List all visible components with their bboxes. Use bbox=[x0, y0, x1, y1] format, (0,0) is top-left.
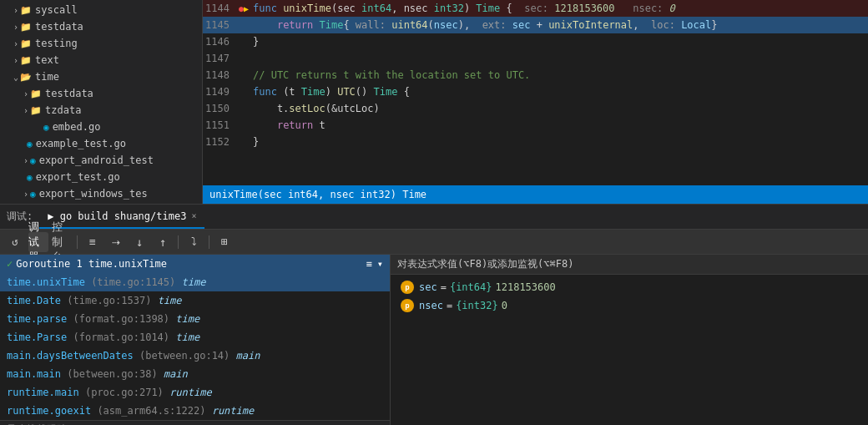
dropdown-icon[interactable]: ▾ bbox=[377, 258, 383, 270]
sidebar-item-label: tzdata bbox=[45, 104, 81, 116]
frame-type: time bbox=[158, 295, 182, 306]
frame-loc: (time.go:1537) bbox=[61, 295, 158, 306]
sidebar-item-label: export_windows_tes bbox=[39, 188, 148, 200]
sidebar-item-time[interactable]: ⌄ 📂 time bbox=[0, 68, 202, 85]
code-editor: 1144 ●▶ func unixTime(sec int64, nsec in… bbox=[203, 0, 868, 204]
step-out-button[interactable]: ↑ bbox=[153, 232, 173, 252]
code-line-1144: 1144 ●▶ func unixTime(sec int64, nsec in… bbox=[203, 0, 868, 17]
frame-loc: (proc.go:271) bbox=[79, 387, 169, 398]
func-name: runtime.main bbox=[7, 387, 79, 398]
frame-type: runtime bbox=[212, 405, 255, 417]
func-name: time.parse bbox=[7, 313, 67, 325]
restart-button[interactable]: ↺ bbox=[5, 232, 25, 252]
line-content: } bbox=[250, 36, 868, 48]
code-line-1149: 1149 func (t Time) UTC() Time { bbox=[203, 83, 868, 100]
func-name: time.Parse bbox=[7, 331, 67, 343]
sidebar-item-text[interactable]: › 📁 text bbox=[0, 52, 202, 68]
chevron-right-icon: › bbox=[13, 6, 18, 15]
code-line-1147: 1147 bbox=[203, 50, 868, 67]
goroutine-label: Goroutine 1 time.unixTime bbox=[16, 258, 167, 270]
sidebar-item-example-test-go[interactable]: ◉ example_test.go bbox=[0, 135, 202, 152]
close-icon[interactable]: × bbox=[191, 211, 196, 220]
var-item-sec[interactable]: p sec = {int64} 1218153600 bbox=[391, 278, 868, 296]
stack-frame-1[interactable]: time.Date (time.go:1537) time bbox=[0, 291, 390, 310]
code-line-1146: 1146 } bbox=[203, 33, 868, 50]
stack-frame-0[interactable]: time.unixTime (time.go:1145) time bbox=[0, 273, 390, 291]
checkmark-icon: ✓ bbox=[7, 258, 13, 270]
grid-view-button[interactable]: ⊞ bbox=[214, 232, 235, 252]
code-line-1150: 1150 t.setLoc(&utcLoc) bbox=[203, 100, 868, 117]
var-item-nsec[interactable]: p nsec = {int32} 0 bbox=[391, 296, 868, 315]
line-number: 1145 bbox=[203, 19, 238, 31]
stack-frame-3[interactable]: time.Parse (format.go:1014) time bbox=[0, 328, 390, 347]
frame-type: main bbox=[164, 368, 188, 380]
sidebar-item-embed-go[interactable]: ◉ embed.go bbox=[0, 119, 202, 135]
var-name-sec: sec bbox=[419, 281, 437, 293]
debugger-tab-button[interactable]: 调试器 bbox=[28, 232, 48, 252]
sidebar-item-export-android-test[interactable]: › ◉ export_android_test bbox=[0, 152, 202, 169]
sidebar-item-label: syscall bbox=[35, 4, 78, 16]
go-file-icon: ◉ bbox=[43, 122, 49, 133]
code-lines: 1144 ●▶ func unixTime(sec int64, nsec in… bbox=[203, 0, 868, 185]
sidebar-item-testing[interactable]: › 📁 testing bbox=[0, 35, 202, 52]
func-name: main.daysBetweenDates bbox=[7, 350, 134, 362]
code-line-1145: 1145 return Time{ wall: uint64(nsec), ex… bbox=[203, 17, 868, 33]
sidebar-item-label: example_test.go bbox=[36, 138, 126, 149]
var-eq: = bbox=[447, 300, 452, 311]
vars-list: p sec = {int64} 1218153600 p nsec = {int… bbox=[391, 275, 868, 425]
code-line-1152: 1152 } bbox=[203, 134, 868, 150]
frame-type: runtime bbox=[169, 387, 212, 398]
stack-frame-6[interactable]: runtime.main (proc.go:271) runtime bbox=[0, 383, 390, 402]
folder-icon: 📁 bbox=[20, 22, 32, 33]
folder-icon: 📁 bbox=[20, 55, 32, 66]
sidebar-item-testdata[interactable]: › 📁 testdata bbox=[0, 18, 202, 35]
sidebar-item-tzdata[interactable]: › 📁 tzdata bbox=[0, 102, 202, 119]
go-test-file-icon: ◉ bbox=[30, 189, 36, 200]
chevron-right-icon: › bbox=[23, 89, 28, 99]
function-hint-bar: unixTime(sec int64, nsec int32) Time bbox=[203, 185, 868, 204]
frame-type: time bbox=[175, 331, 199, 343]
sidebar-item-export-test-go[interactable]: ◉ export_test.go bbox=[0, 169, 202, 185]
toolbar-separator-2 bbox=[178, 235, 179, 249]
line-number: 1149 bbox=[203, 86, 238, 98]
console-tab-button[interactable]: 控制台 bbox=[52, 232, 72, 252]
var-value-nsec: 0 bbox=[502, 300, 507, 311]
chevron-right-icon: › bbox=[23, 106, 28, 115]
line-content: return Time{ wall: uint64(nsec), ext: se… bbox=[250, 19, 868, 31]
line-number: 1144 bbox=[203, 3, 238, 14]
stack-frame-5[interactable]: main.main (between.go:38) main bbox=[0, 365, 390, 383]
stack-frame-2[interactable]: time.parse (format.go:1398) time bbox=[0, 310, 390, 328]
sidebar-item-label: testing bbox=[35, 38, 78, 49]
more-button[interactable]: ⤵ bbox=[184, 232, 204, 252]
line-content: // UTC returns t with the location set t… bbox=[250, 69, 868, 81]
var-value-sec: 1218153600 bbox=[496, 281, 556, 293]
var-type-sec: {int64} bbox=[450, 281, 492, 293]
toolbar-separator-3 bbox=[209, 235, 209, 249]
sidebar-item-syscall[interactable]: › 📁 syscall bbox=[0, 2, 202, 18]
frame-loc: (between.go:14) bbox=[134, 350, 236, 362]
sidebar-item-time-testdata[interactable]: › 📁 testdata bbox=[0, 85, 202, 102]
stack-frame-7[interactable]: runtime.goexit (asm_arm64.s:1222) runtim… bbox=[0, 402, 390, 420]
frame-type: main bbox=[236, 350, 260, 362]
debug-content: ✓ Goroutine 1 time.unixTime ≡ ▾ time.uni… bbox=[0, 255, 868, 425]
func-name: main.main bbox=[7, 368, 61, 380]
debug-toolbar: ↺ 调试器 控制台 ≡ ⇢ ↓ ↑ ⤵ ⊞ bbox=[0, 230, 868, 255]
folder-open-icon: 📂 bbox=[20, 72, 32, 83]
sidebar-item-label: export_android_test bbox=[39, 154, 154, 166]
sort-icon[interactable]: ≡ bbox=[366, 258, 372, 270]
frame-type: time bbox=[182, 276, 206, 288]
goroutine-item[interactable]: ✓ Goroutine 1 time.unixTime ≡ ▾ bbox=[0, 255, 390, 273]
frame-loc: (asm_arm64.s:1222) bbox=[91, 405, 212, 417]
folder-icon: 📁 bbox=[30, 89, 42, 99]
bottom-section: 调试: ▶ go build shuang/time3 × ↺ 调试器 控制台 … bbox=[0, 205, 868, 425]
stack-frame-4[interactable]: main.daysBetweenDates (between.go:14) ma… bbox=[0, 347, 390, 365]
sidebar-item-export-windows-test[interactable]: › ◉ export_windows_tes bbox=[0, 185, 202, 202]
vars-panel: 对表达式求值(⌥F8)或添加监视(⌥⌘F8) p sec = {int64} 1… bbox=[391, 255, 868, 425]
resume-button[interactable]: ≡ bbox=[83, 232, 103, 252]
chevron-down-icon: ⌄ bbox=[13, 73, 18, 82]
frame-loc: (between.go:38) bbox=[61, 368, 164, 380]
step-into-button[interactable]: ↓ bbox=[129, 232, 149, 252]
go-test-file-icon: ◉ bbox=[27, 139, 33, 149]
step-over-button[interactable]: ⇢ bbox=[106, 232, 126, 252]
line-number: 1151 bbox=[203, 119, 238, 131]
